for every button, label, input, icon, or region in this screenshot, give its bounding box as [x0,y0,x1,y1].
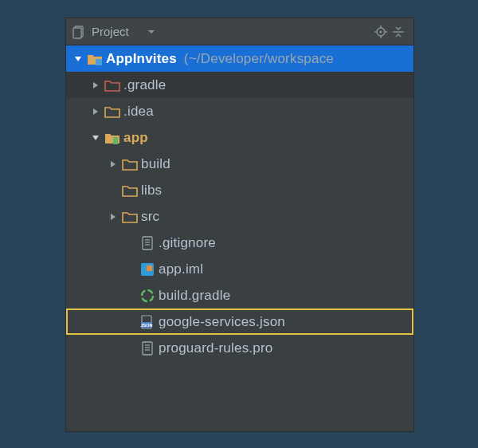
tree-item-app-iml-file[interactable]: app.iml [66,256,413,282]
project-view-dropdown[interactable] [147,27,156,37]
collapse-all-icon[interactable] [390,25,407,39]
tree-item-label: google-services.json [159,314,285,330]
folder-icon [120,158,139,171]
tree-item-label: .gitignore [159,235,216,251]
folder-icon [120,210,139,223]
tree-item-proguard-file[interactable]: proguard-rules.pro [66,335,413,361]
svg-rect-11 [143,237,152,250]
tree-item-libs-folder[interactable]: libs [66,177,413,203]
tree-item-label: libs [141,183,162,198]
tree-root-appinvites[interactable]: AppInvites (~/Developer/workspace [66,45,413,72]
tree-item-label: build [141,156,170,172]
json-file-icon: JSON [138,315,157,329]
gradle-file-icon [138,289,157,303]
tree-item-label: .idea [123,104,154,120]
project-toolbar: Project [66,18,413,45]
expand-arrow-right-icon[interactable] [106,212,120,222]
expand-arrow-right-icon[interactable] [88,81,103,90]
tree-item-idea-folder[interactable]: .idea [66,98,413,124]
tree-item-gradle-folder[interactable]: .gradle [66,72,413,98]
text-file-icon [138,236,157,250]
tree-item-google-services-file[interactable]: JSON google-services.json [66,308,413,335]
tree-item-build-gradle-file[interactable]: build.gradle [66,282,413,308]
tree-item-label: proguard-rules.pro [159,340,272,356]
project-tree[interactable]: AppInvites (~/Developer/workspace .gradl… [66,45,413,361]
target-icon[interactable] [372,25,390,39]
svg-rect-1 [73,28,81,38]
expand-arrow-down-icon[interactable] [71,54,85,64]
project-view-icon [72,25,87,39]
expand-arrow-right-icon[interactable] [88,107,103,116]
tree-root-label: AppInvites (~/Developer/workspace [106,51,334,67]
tree-item-src-folder[interactable]: src [66,203,413,230]
android-module-folder-icon [103,132,122,144]
tree-item-label: build.gradle [159,288,230,304]
svg-rect-16 [147,265,152,271]
tree-item-label: app.iml [159,261,203,277]
svg-point-17 [142,290,153,301]
svg-point-3 [380,30,382,33]
tree-item-label: src [141,209,159,225]
tree-item-build-folder[interactable]: build [66,151,413,177]
module-folder-icon [85,53,104,65]
text-file-icon [138,341,157,356]
svg-text:JSON: JSON [141,322,153,327]
svg-rect-10 [113,137,118,144]
project-toolbar-title[interactable]: Project [92,25,129,38]
folder-icon [120,184,139,197]
tree-item-gitignore-file[interactable]: .gitignore [66,230,413,256]
svg-rect-21 [143,342,152,355]
folder-excluded-icon [103,79,122,92]
tree-item-app-module[interactable]: app [66,124,413,151]
project-panel: Project [65,18,414,432]
expand-arrow-right-icon[interactable] [106,159,120,169]
svg-rect-9 [96,59,102,65]
tree-item-label: .gradle [123,77,166,93]
iml-file-icon [138,262,157,277]
tree-item-label: app [123,130,148,146]
folder-icon [103,105,122,118]
expand-arrow-down-icon[interactable] [88,133,103,143]
